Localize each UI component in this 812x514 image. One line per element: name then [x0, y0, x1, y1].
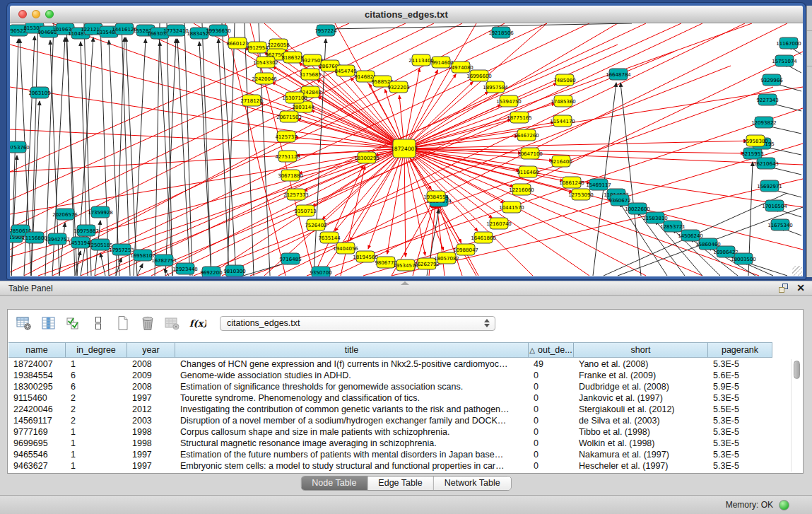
- table-settings-button[interactable]: [13, 314, 35, 332]
- network-node[interactable]: 19936630: [206, 25, 231, 36]
- network-node[interactable]: 9227343: [756, 94, 778, 105]
- network-node[interactable]: 10753760: [10, 141, 30, 153]
- network-node[interactable]: 19218506: [488, 27, 514, 38]
- network-node[interactable]: 9329966: [760, 74, 783, 86]
- column-header-short[interactable]: short: [574, 342, 708, 358]
- network-node[interactable]: 18057082: [434, 252, 459, 264]
- table-row[interactable]: 1830029562008Estimation of significance …: [8, 381, 772, 392]
- network-node[interactable]: 42751120: [275, 151, 300, 162]
- network-node[interactable]: 21257373: [283, 189, 309, 200]
- network-node[interactable]: 7485080: [553, 74, 575, 86]
- network-node[interactable]: 9350713: [294, 205, 316, 216]
- delete-button[interactable]: [137, 314, 158, 332]
- network-node[interactable]: 18003500: [731, 253, 756, 264]
- network-node[interactable]: 15469117: [586, 179, 611, 190]
- network-node[interactable]: 7526402: [305, 219, 326, 230]
- network-node[interactable]: 2718120: [240, 95, 262, 106]
- network-node[interactable]: 12853721: [660, 221, 686, 232]
- network-node[interactable]: 13942757: [45, 233, 70, 245]
- network-node[interactable]: 9810300: [223, 265, 245, 276]
- network-node[interactable]: 16782753: [151, 255, 177, 266]
- network-node[interactable]: 15394750: [496, 95, 522, 107]
- table-row[interactable]: 1456911722003Disruption of a novel membe…: [8, 415, 772, 426]
- table-row[interactable]: 911546021997Tourette syndrome. Phenomeno…: [8, 392, 772, 404]
- network-node[interactable]: 15958380: [743, 135, 768, 146]
- table-row[interactable]: 969969511998Structural magnetic resonanc…: [8, 438, 772, 449]
- network-node[interactable]: 8454749: [334, 65, 356, 76]
- network-node[interactable]: 18775165: [507, 112, 532, 123]
- network-node[interactable]: 9360672: [608, 194, 630, 206]
- network-node[interactable]: 19404056: [333, 243, 358, 254]
- table-row[interactable]: 977716911998Corpus callosum shape and si…: [8, 426, 772, 438]
- network-node[interactable]: 10975887: [73, 225, 99, 236]
- network-node[interactable]: 7635144: [318, 232, 341, 243]
- network-node[interactable]: 18724007: [391, 139, 418, 158]
- network-canvas[interactable]: 7905220815303090466001019634011048700122…: [10, 23, 803, 276]
- network-node[interactable]: 10861240: [559, 177, 584, 188]
- tab-network-table[interactable]: Network Table: [433, 477, 511, 490]
- table-row[interactable]: 946362711997Embryonic stem cells: a mode…: [8, 460, 772, 472]
- network-node[interactable]: 10543302: [253, 57, 278, 68]
- network-node[interactable]: 8660123: [226, 37, 248, 49]
- network-node[interactable]: 17016504: [762, 200, 787, 211]
- network-node[interactable]: 17732410: [163, 25, 189, 36]
- network-node[interactable]: 11675340: [767, 219, 793, 230]
- column-header-out_de[interactable]: △out_de...: [529, 342, 574, 358]
- table-row[interactable]: 2242004622012Investigating the contribut…: [8, 404, 772, 415]
- network-node[interactable]: 9116460: [517, 166, 539, 177]
- select-all-button[interactable]: [63, 314, 84, 332]
- network-node[interactable]: 9350700: [310, 267, 331, 276]
- float-panel-button[interactable]: [779, 284, 789, 294]
- network-node[interactable]: 11544170: [550, 115, 575, 127]
- network-window-titlebar[interactable]: citations_edges.txt: [10, 6, 803, 23]
- network-node[interactable]: 9322203: [387, 81, 409, 93]
- network-node[interactable]: 3175685: [299, 69, 321, 80]
- column-header-title[interactable]: title: [175, 342, 529, 358]
- network-node[interactable]: 15692971: [757, 180, 782, 192]
- row-boxes-button[interactable]: [88, 314, 109, 332]
- network-node[interactable]: 16648784: [606, 69, 631, 80]
- table-row[interactable]: 946554611997Estimation of the future num…: [8, 449, 772, 460]
- network-node[interactable]: 21113400: [408, 54, 434, 66]
- delete-table-button[interactable]: [162, 314, 183, 332]
- column-header-year[interactable]: year: [127, 342, 175, 358]
- network-node[interactable]: 15307100: [282, 92, 307, 103]
- network-node[interactable]: 16461860: [471, 232, 496, 243]
- column-header-pagerank[interactable]: pagerank: [708, 342, 772, 358]
- column-header-in_degree[interactable]: in_degree: [66, 342, 127, 358]
- new-table-button[interactable]: [112, 314, 134, 332]
- network-node[interactable]: 4125737: [275, 131, 297, 142]
- network-node[interactable]: 12160740: [486, 218, 512, 229]
- network-node[interactable]: 8186328: [281, 52, 303, 63]
- network-node[interactable]: 16996600: [466, 70, 492, 81]
- network-node[interactable]: 10022600: [625, 203, 650, 214]
- network-node[interactable]: 20206576: [52, 209, 78, 220]
- network-node[interactable]: 16467260: [514, 129, 539, 141]
- vertical-scrollbar[interactable]: [791, 359, 801, 472]
- panel-resize-grip[interactable]: [401, 281, 409, 285]
- network-node[interactable]: 18957584: [483, 81, 508, 93]
- network-node[interactable]: 2063109: [28, 87, 50, 98]
- scrollbar-thumb[interactable]: [794, 361, 800, 379]
- network-node[interactable]: 11156800: [22, 232, 47, 243]
- network-node[interactable]: 9716485: [279, 253, 301, 264]
- tab-node-table[interactable]: Node Table: [301, 477, 367, 490]
- window-resize-grip[interactable]: [792, 266, 802, 276]
- network-node[interactable]: 12753090: [568, 189, 594, 200]
- network-node[interactable]: 12093822: [751, 117, 777, 128]
- network-node[interactable]: 10647100: [517, 148, 543, 159]
- network-node[interactable]: 15751074: [772, 55, 797, 66]
- column-header-name[interactable]: name: [8, 342, 66, 358]
- network-node[interactable]: 7957224: [314, 25, 337, 36]
- network-node[interactable]: 17485360: [551, 95, 576, 107]
- table-row[interactable]: 1872400712008Changes of HCN gene express…: [8, 358, 772, 370]
- network-node[interactable]: 22420046: [252, 73, 277, 84]
- network-node[interactable]: 20671503: [276, 111, 302, 122]
- network-node[interactable]: 12216060: [509, 184, 534, 195]
- network-node[interactable]: 8216400: [550, 156, 572, 167]
- network-node[interactable]: 18300295: [354, 152, 379, 163]
- network-node[interactable]: 10988047: [453, 244, 478, 255]
- show-column-button[interactable]: [38, 314, 59, 332]
- network-node[interactable]: 16210643: [753, 158, 779, 169]
- network-node[interactable]: 11167000: [776, 37, 801, 49]
